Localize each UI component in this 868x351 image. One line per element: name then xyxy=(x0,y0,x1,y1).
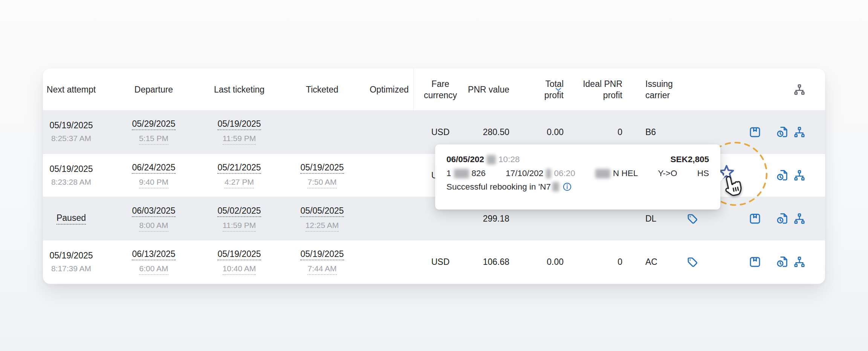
redacted-blur xyxy=(546,169,551,178)
tooltip-segment-date: 17/10/202 xyxy=(506,169,543,178)
cell-last-ticketing[interactable]: 05/02/2025 11:59 PM xyxy=(213,197,266,240)
redacted-blur xyxy=(487,155,496,164)
chevron-down-icon[interactable] xyxy=(553,86,563,93)
pinned-column-divider xyxy=(413,68,414,110)
column-header-fare-currency: Fare currency xyxy=(420,68,461,110)
info-icon[interactable] xyxy=(562,182,572,192)
cell-ticketed[interactable]: 05/19/2025 7:50 AM xyxy=(296,154,348,197)
org-hierarchy-icon[interactable] xyxy=(793,154,806,197)
cell-ticketed[interactable]: 05/19/2025 7:44 AM xyxy=(296,240,348,283)
cell-next-attempt: 05/19/2025 8:17:39 AM xyxy=(43,240,99,283)
cell-ideal-pnr-profit: 0 xyxy=(581,240,622,283)
tooltip-route: N HEL xyxy=(613,169,638,178)
redacted-blur xyxy=(552,182,559,191)
bookmark-save-icon[interactable] xyxy=(748,110,762,153)
tooltip-status-code: HS xyxy=(697,169,709,178)
tooltip-message: Successful rebooking in 'N7 xyxy=(446,182,551,192)
column-header-ideal-pnr-profit: Ideal PNR profit xyxy=(581,68,622,110)
org-hierarchy-icon[interactable] xyxy=(793,240,806,283)
cell-ticketed xyxy=(296,110,348,153)
cell-departure[interactable]: 06/03/2025 8:00 AM xyxy=(127,197,180,240)
document-history-icon[interactable] xyxy=(776,197,789,240)
document-history-icon[interactable] xyxy=(776,154,789,197)
cell-total-profit: 0.00 xyxy=(530,240,564,283)
tooltip-booked-date: 06/05/202 xyxy=(446,155,484,164)
tooltip-booking-class-change: Y->O xyxy=(658,169,677,178)
table-row: 05/19/2025 8:17:39 AM 06/13/2025 6:00 AM… xyxy=(43,240,825,283)
cell-departure[interactable]: 06/24/2025 9:40 PM xyxy=(127,154,180,197)
tooltip-amount: SEK2,805 xyxy=(670,155,709,164)
column-header-departure: Departure xyxy=(127,68,180,110)
column-header-issuing-carrier: Issuing carrier xyxy=(645,68,687,110)
document-history-icon[interactable] xyxy=(776,110,789,153)
cell-ticketed[interactable]: 05/05/2025 12:25 AM xyxy=(296,197,348,240)
cell-last-ticketing[interactable]: 05/21/2025 4:27 PM xyxy=(213,154,266,197)
bookmark-save-icon[interactable] xyxy=(748,240,762,283)
cell-departure[interactable]: 05/29/2025 5:15 PM xyxy=(127,110,180,153)
cell-next-attempt: 05/19/2025 8:23:28 AM xyxy=(43,154,99,197)
org-hierarchy-icon[interactable] xyxy=(793,110,806,153)
tooltip-segment-time: 06:20 xyxy=(554,169,575,178)
tag-icon[interactable] xyxy=(685,240,699,283)
cell-issuing-carrier: AC xyxy=(645,240,687,283)
document-history-icon[interactable] xyxy=(776,240,789,283)
cell-next-attempt-status[interactable]: Paused xyxy=(43,197,99,240)
column-header-last-ticketing: Last ticketing xyxy=(213,68,266,110)
cell-pnr-value: 106.68 xyxy=(468,240,509,283)
bookmark-save-icon[interactable] xyxy=(748,197,762,240)
cell-last-ticketing[interactable]: 05/19/2025 11:59 PM xyxy=(213,110,266,153)
page: { "colors": { "icon_blue": "#1e6fc0", "s… xyxy=(0,0,868,351)
table-header-row: Next attempt Departure Last ticketing Ti… xyxy=(43,68,825,110)
column-header-ticketed: Ticketed xyxy=(296,68,348,110)
tooltip-flight-number: 826 xyxy=(472,169,486,178)
column-header-next-attempt: Next attempt xyxy=(43,68,99,110)
cell-last-ticketing[interactable]: 05/19/2025 10:40 AM xyxy=(213,240,266,283)
org-hierarchy-icon[interactable] xyxy=(793,68,806,110)
redacted-blur xyxy=(454,169,469,178)
cell-departure[interactable]: 06/13/2025 6:00 AM xyxy=(127,240,180,283)
rebooking-tooltip: 06/05/202 10:28 SEK2,805 1 826 17/10/202… xyxy=(435,144,720,210)
tooltip-booked-time: 10:28 xyxy=(498,155,520,164)
redacted-blur xyxy=(595,169,610,178)
tooltip-passenger-count: 1 xyxy=(446,169,451,178)
column-header-pnr-value: PNR value xyxy=(468,68,509,110)
org-hierarchy-icon[interactable] xyxy=(793,197,806,240)
cell-next-attempt: 05/19/2025 8:25:37 AM xyxy=(43,110,99,153)
cell-fare-currency: USD xyxy=(420,240,461,283)
column-header-optimized: Optimized xyxy=(363,68,416,110)
